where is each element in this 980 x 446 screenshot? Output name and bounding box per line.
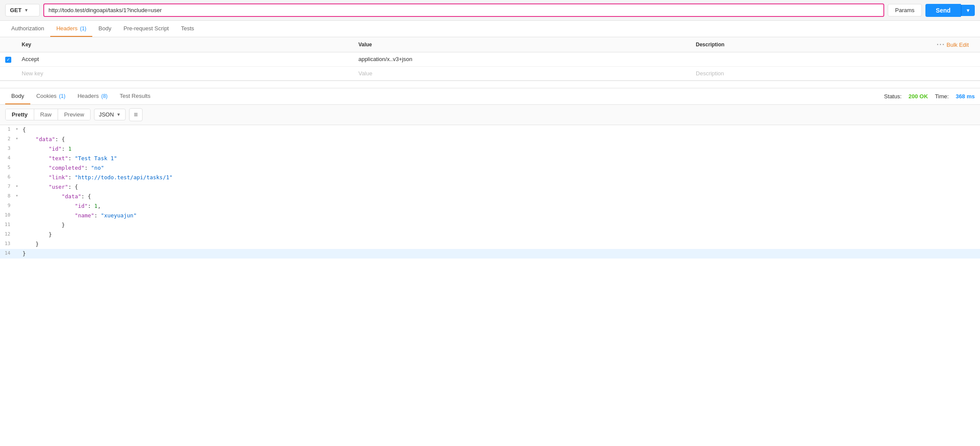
tab-pre-request-script[interactable]: Pre-request Script <box>117 21 175 37</box>
send-btn-group: Send ▼ <box>925 4 975 17</box>
code-line: 12 } <box>0 230 980 239</box>
code-line: 5 "completed": "no" <box>0 163 980 173</box>
actions-col-header: ··· Bulk Edit <box>931 37 980 52</box>
url-input-wrapper <box>43 3 884 17</box>
line-content: { <box>23 126 980 134</box>
code-line: 4 "text": "Test Task 1" <box>0 154 980 163</box>
line-number: 9 <box>0 202 16 210</box>
code-line: 3 "id": 1 <box>0 144 980 154</box>
send-dropdown-button[interactable]: ▼ <box>961 5 975 16</box>
bulk-edit-button[interactable]: Bulk Edit <box>947 42 972 48</box>
status-value: 200 OK <box>909 93 928 100</box>
response-tabs: Body Cookies (1) Headers (8) Test Result… <box>5 88 156 104</box>
line-number: 11 <box>0 221 16 229</box>
tab-body[interactable]: Body <box>92 21 117 37</box>
desc-col-header: Description <box>691 37 931 52</box>
code-line: 9 "id": 1, <box>0 201 980 211</box>
resp-tab-headers[interactable]: Headers (8) <box>71 88 114 104</box>
tab-tests[interactable]: Tests <box>175 21 200 37</box>
row-key[interactable]: Accept <box>16 52 353 67</box>
key-col-header: Key <box>16 37 353 52</box>
new-description-input[interactable]: Description <box>691 66 931 80</box>
time-label: Time: <box>935 93 949 100</box>
resp-tab-cookies[interactable]: Cookies (1) <box>30 88 71 104</box>
line-number: 13 <box>0 240 16 248</box>
more-options-icon[interactable]: ··· <box>937 41 945 48</box>
line-toggle[interactable]: ▾ <box>16 192 23 199</box>
code-line: 8▾ "data": { <box>0 192 980 201</box>
line-content: "id": 1 <box>23 145 980 153</box>
line-content: "id": 1, <box>23 202 980 210</box>
row-value[interactable]: application/x..v3+json <box>353 52 691 67</box>
line-content: "completed": "no" <box>23 164 980 172</box>
tab-authorization[interactable]: Authorization <box>5 21 50 37</box>
new-row-checkbox-cell <box>0 66 16 80</box>
code-line: 1▾{ <box>0 125 980 135</box>
response-meta: Status: 200 OK Time: 368 ms <box>884 93 975 100</box>
row-checkbox-cell: ✓ <box>0 52 16 67</box>
checkbox-col-header <box>0 37 16 52</box>
line-content: } <box>23 240 980 249</box>
request-tabs: Authorization Headers (1) Body Pre-reque… <box>0 21 980 37</box>
line-number: 10 <box>0 211 16 219</box>
time-value: 368 ms <box>956 93 975 100</box>
format-raw-button[interactable]: Raw <box>34 109 58 120</box>
line-number: 3 <box>0 145 16 152</box>
body-controls: Pretty Raw Preview JSON ▼ ≡ <box>0 105 980 125</box>
wrap-button[interactable]: ≡ <box>129 108 143 121</box>
new-key-row: New key Value Description <box>0 66 980 80</box>
line-toggle[interactable]: ▾ <box>16 135 23 142</box>
code-line: 13 } <box>0 239 980 249</box>
line-number: 2 <box>0 135 16 143</box>
response-header: Body Cookies (1) Headers (8) Test Result… <box>0 88 980 105</box>
resp-tab-body[interactable]: Body <box>5 88 30 104</box>
url-input[interactable] <box>49 7 879 13</box>
format-preview-button[interactable]: Preview <box>58 109 90 120</box>
json-code-viewer: 1▾{2▾ "data": {3 "id": 14 "text": "Test … <box>0 125 980 259</box>
row-checkbox[interactable]: ✓ <box>5 57 11 63</box>
line-content: "link": "http://todo.test/api/tasks/1" <box>23 173 980 182</box>
top-bar: GET ▼ Params Send ▼ <box>0 0 980 21</box>
line-number: 4 <box>0 154 16 162</box>
line-content: "text": "Test Task 1" <box>23 154 980 163</box>
line-content: } <box>23 230 980 239</box>
json-type-select[interactable]: JSON ▼ <box>94 109 126 120</box>
code-line: 2▾ "data": { <box>0 135 980 144</box>
new-value-input[interactable]: Value <box>353 66 691 80</box>
method-label: GET <box>10 7 22 13</box>
line-content: } <box>23 221 980 229</box>
line-number: 1 <box>0 126 16 133</box>
method-select[interactable]: GET ▼ <box>5 4 40 16</box>
row-description <box>691 52 931 67</box>
line-content: } <box>23 249 980 258</box>
value-col-header: Value <box>353 37 691 52</box>
code-line: 11 } <box>0 220 980 230</box>
send-button[interactable]: Send <box>925 4 961 17</box>
code-line: 10 "name": "xueyuajun" <box>0 211 980 220</box>
code-line: 6 "link": "http://todo.test/api/tasks/1" <box>0 173 980 182</box>
tab-headers[interactable]: Headers (1) <box>50 21 92 37</box>
line-number: 5 <box>0 164 16 171</box>
format-pretty-button[interactable]: Pretty <box>6 109 34 120</box>
line-number: 8 <box>0 192 16 200</box>
line-content: "name": "xueyuajun" <box>23 211 980 220</box>
line-number: 7 <box>0 183 16 191</box>
headers-table: Key Value Description ··· Bulk Edit ✓ Ac… <box>0 37 980 81</box>
line-content: "data": { <box>23 192 980 201</box>
response-section: Body Cookies (1) Headers (8) Test Result… <box>0 88 980 259</box>
line-toggle[interactable]: ▾ <box>16 183 23 190</box>
code-line: 7▾ "user": { <box>0 182 980 192</box>
code-line: 14 } <box>0 249 980 259</box>
format-btn-group: Pretty Raw Preview <box>5 109 91 120</box>
new-row-actions <box>931 66 980 80</box>
status-label: Status: <box>884 93 902 100</box>
line-content: "data": { <box>23 135 980 144</box>
line-toggle[interactable]: ▾ <box>16 126 23 133</box>
row-actions <box>931 52 980 67</box>
new-key-input[interactable]: New key <box>16 66 353 80</box>
table-row: ✓ Accept application/x..v3+json <box>0 52 980 67</box>
line-number: 6 <box>0 173 16 181</box>
json-type-chevron-icon: ▼ <box>117 112 121 117</box>
params-button[interactable]: Params <box>888 4 922 16</box>
resp-tab-test-results[interactable]: Test Results <box>114 88 156 104</box>
